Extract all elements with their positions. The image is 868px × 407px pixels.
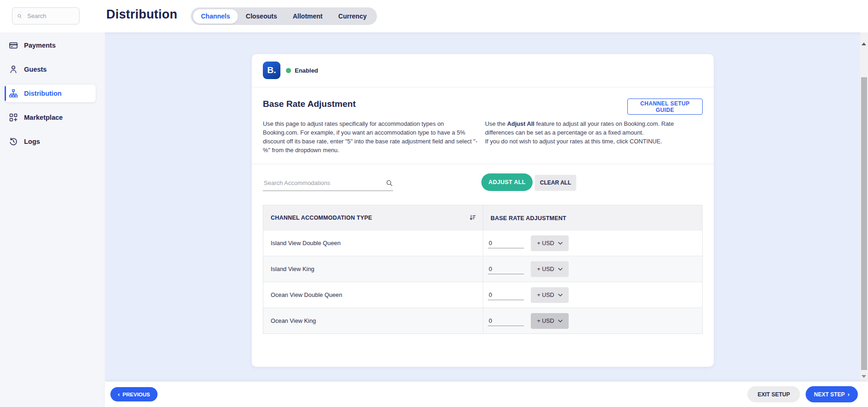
unit-label: + USD [537, 292, 554, 298]
adjust-all-button[interactable]: ADJUST ALL [481, 173, 533, 191]
sitemap-icon [9, 89, 18, 98]
search-icon [17, 12, 22, 20]
table-row: Ocean View Double Queen + USD [263, 282, 702, 308]
channel-status: Enabled [286, 54, 318, 86]
unit-dropdown[interactable]: + USD [531, 235, 569, 251]
rate-input[interactable] [488, 264, 524, 274]
header-base-rate-adjustment: BASE RATE ADJUSTMENT [483, 214, 702, 222]
search-icon [386, 179, 393, 187]
sidebar-item-label: Logs [24, 138, 40, 145]
divider [252, 164, 714, 164]
accommodation-search-input[interactable] [263, 179, 386, 187]
sidebar-item-guests[interactable]: Guests [6, 61, 96, 78]
chevron-left-icon: ‹ [118, 391, 120, 397]
next-button-label: NEXT STEP [814, 391, 845, 398]
header-channel-accommodation-type: CHANNEL ACCOMMODATION TYPE [263, 205, 483, 230]
setup-footer-bar: ‹ PREVIOUS EXIT SETUP NEXT STEP › [105, 382, 868, 407]
person-icon [9, 65, 18, 74]
column-header-label: BASE RATE ADJUSTMENT [491, 215, 566, 222]
rate-input[interactable] [488, 238, 524, 248]
unit-label: + USD [537, 318, 554, 324]
column-header-label: CHANNEL ACCOMMODATION TYPE [271, 215, 372, 221]
rate-input[interactable] [488, 316, 524, 326]
accommodation-name: Ocean View King [263, 308, 483, 333]
global-search-input[interactable] [26, 12, 74, 20]
previous-button[interactable]: ‹ PREVIOUS [110, 387, 158, 401]
sidebar-item-label: Guests [24, 66, 47, 73]
sort-icon[interactable] [469, 214, 476, 221]
channel-setup-guide-button[interactable]: CHANNEL SETUP GUIDE [627, 99, 703, 115]
sidebar-item-distribution[interactable]: Distribution [6, 85, 96, 102]
chevron-down-icon [558, 294, 563, 296]
sidebar-item-label: Distribution [24, 90, 61, 97]
previous-button-label: PREVIOUS [122, 392, 150, 397]
main-content: B. Enabled Base Rate Adjustment CHANNEL … [105, 32, 860, 382]
table-header-row: CHANNEL ACCOMMODATION TYPE BASE RATE ADJ… [263, 205, 702, 230]
sidebar-item-logs[interactable]: Logs [6, 133, 96, 150]
page-title: Distribution [106, 7, 177, 22]
unit-dropdown[interactable]: + USD [531, 313, 569, 329]
sidebar-item-marketplace[interactable]: Marketplace [6, 109, 96, 126]
tab-allotment[interactable]: Allotment [285, 9, 331, 24]
table-row: Island View Double Queen + USD [263, 230, 702, 256]
accommodation-name: Ocean View Double Queen [263, 282, 483, 308]
chevron-down-icon [558, 320, 563, 322]
rate-adjustment-table: CHANNEL ACCOMMODATION TYPE BASE RATE ADJ… [263, 205, 703, 334]
credit-card-icon [9, 41, 18, 50]
grid-plus-icon [9, 113, 18, 122]
next-step-button[interactable]: NEXT STEP › [806, 386, 858, 402]
description-right-line2: If you do not wish to adjust your rates … [485, 137, 702, 146]
accommodation-name: Island View King [263, 256, 483, 282]
scroll-down-arrow-icon[interactable] [862, 375, 866, 378]
scrollbar-thumb[interactable] [861, 77, 867, 370]
vertical-scrollbar[interactable] [860, 32, 868, 382]
tab-channels[interactable]: Channels [193, 9, 238, 24]
rate-input[interactable] [488, 290, 524, 300]
section-heading: Base Rate Adjustment [263, 99, 356, 109]
sidebar-item-label: Payments [24, 42, 56, 49]
status-label: Enabled [295, 67, 318, 74]
exit-setup-button[interactable]: EXIT SETUP [747, 386, 800, 402]
tab-currency[interactable]: Currency [330, 9, 374, 24]
footer-right-group: EXIT SETUP NEXT STEP › [747, 386, 858, 402]
clear-all-button[interactable]: CLEAR ALL [535, 175, 576, 190]
divider [252, 87, 714, 87]
rate-cell: + USD [483, 256, 702, 282]
chevron-right-icon: › [848, 391, 850, 397]
table-row: Island View King + USD [263, 256, 702, 282]
tab-closeouts[interactable]: Closeouts [238, 9, 285, 24]
rate-cell: + USD [483, 282, 702, 308]
description-right-bold: Adjust All [507, 120, 534, 127]
description-left: Use this page to adjust rates specifical… [263, 119, 480, 154]
accommodation-search-box[interactable] [263, 175, 393, 191]
table-row: Ocean View King + USD [263, 308, 702, 333]
distribution-tab-bar: Channels Closeouts Allotment Currency [191, 7, 377, 25]
status-dot-icon [286, 68, 291, 73]
scroll-up-arrow-icon[interactable] [862, 43, 866, 45]
top-bar: Distribution Channels Closeouts Allotmen… [0, 0, 868, 32]
unit-dropdown[interactable]: + USD [531, 287, 569, 303]
chevron-down-icon [558, 242, 563, 245]
history-icon [9, 137, 18, 146]
sidebar-item-payments[interactable]: Payments [6, 37, 96, 54]
chevron-down-icon [558, 268, 563, 271]
sidebar-item-label: Marketplace [24, 114, 63, 121]
global-search-box[interactable] [12, 7, 79, 25]
rate-cell: + USD [483, 308, 702, 333]
accommodation-name: Island View Double Queen [263, 230, 483, 256]
description-right-prefix: Use the [485, 120, 507, 127]
unit-label: + USD [537, 266, 554, 272]
channel-settings-card: B. Enabled Base Rate Adjustment CHANNEL … [252, 54, 714, 367]
description-right: Use the Adjust All feature to adjust all… [485, 119, 702, 146]
sidebar: Payments Guests Distribution Marketplace [0, 32, 105, 407]
booking-com-logo: B. [263, 62, 280, 79]
unit-label: + USD [537, 240, 554, 247]
rate-cell: + USD [483, 230, 702, 256]
unit-dropdown[interactable]: + USD [531, 261, 569, 277]
